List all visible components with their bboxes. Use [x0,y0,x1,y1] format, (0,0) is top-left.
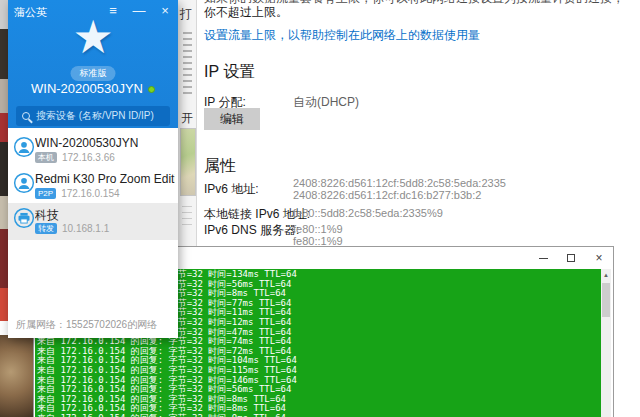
ipv6-address-value-2: 2408:8226:d561:12cf:dc16:b277:b3b:2 [293,189,481,201]
edition-badge: 标准版 [71,66,116,81]
device-row-keji[interactable]: 科技 转发 10.168.1.1 [8,203,178,240]
strip-mid-text: 开 [181,110,193,127]
star-logo-icon: ★ [8,14,178,60]
chart-thumbnail-sliver [180,128,196,196]
local-device-name: WIN-20200530JYN [8,81,178,96]
device-badge: 转发 [35,223,57,234]
computer-user-icon [13,136,35,158]
scroll-thumb[interactable] [602,283,610,317]
minimize-icon[interactable] [537,252,549,264]
search-input[interactable]: 搜索设备 (名称/VPN ID/IP) [16,106,170,126]
link-local-ipv6-value: fe80::5dd8:2c58:5eda:2335%9 [293,207,443,219]
search-icon [22,112,30,120]
device-name: WIN-20200530JYN [35,136,138,150]
screen: 打 开 如果你的数据流量套餐有上限，你可以将此网络连接设置为按流量计费的连接，以… [0,0,640,417]
set-data-limit-link[interactable]: 设置流量上限，以帮助控制在此网络上的数据使用量 [204,27,480,44]
network-ownership-label: 所属网络：15525702026的网络 [16,318,157,332]
vpn-header: 蒲公英 ≡ — × ★ 标准版 WIN-20200530JYN 搜索设备 (名称… [8,0,178,128]
printer-icon [13,207,35,229]
phone-user-icon [13,172,35,194]
metered-connection-paragraph: 你不超过上限。 [204,4,288,21]
strip-top-text: 打 [180,6,192,23]
ipv6-dns-value-1: fe80::1%9 [293,223,343,235]
search-placeholder: 搜索设备 (名称/VPN ID/IP) [36,109,154,123]
maximize-icon[interactable] [565,252,577,264]
device-badge: P2P [35,188,56,199]
illegible-text-sliver-2 [182,206,192,226]
background-window-sliver: 打 开 [178,0,197,250]
ip-assignment-value: 自动(DHCP) [293,94,359,111]
ipv6-address-value-1: 2408:8226:d561:12cf:5dd8:2c58:5eda:2335 [293,177,506,189]
device-ip: 10.168.1.1 [62,223,109,234]
device-name: 科技 [35,207,59,224]
close-icon[interactable]: × [593,252,605,264]
desktop-photo-sliver [0,335,36,417]
device-row-win[interactable]: WIN-20200530JYN 本机 172.16.3.66 [8,132,178,168]
properties-heading: 属性 [204,156,236,177]
device-ip: 172.16.0.154 [61,188,119,199]
ip-settings-heading: IP 设置 [204,62,255,83]
illegible-text-sliver [183,32,192,98]
online-status-dot [148,86,155,93]
console-scrollbar[interactable]: ▲ [601,269,611,417]
device-ip: 172.16.3.66 [62,152,115,163]
vpn-client-window: 蒲公英 ≡ — × ★ 标准版 WIN-20200530JYN 搜索设备 (名称… [8,0,178,338]
device-name: Redmi K30 Pro Zoom Editi... [35,172,175,186]
local-device-name-text: WIN-20200530JYN [31,81,143,96]
scroll-up-icon[interactable]: ▲ [601,269,611,278]
device-badge: 本机 [35,152,57,163]
device-row-redmi[interactable]: Redmi K30 Pro Zoom Editi... P2P 172.16.0… [8,168,178,204]
ipv6-address-label: IPv6 地址: [204,181,259,198]
ipv6-dns-label: IPv6 DNS 服务器: [204,222,299,239]
edit-button[interactable]: 编辑 [204,108,260,130]
